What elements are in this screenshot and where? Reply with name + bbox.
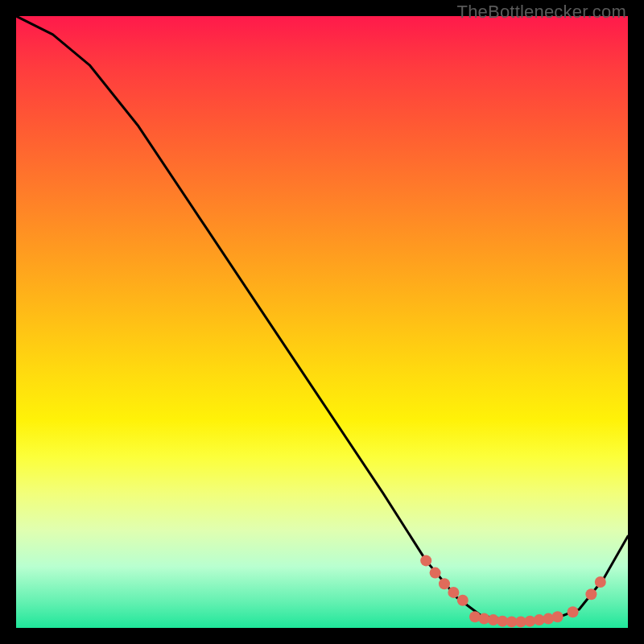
marker-dot bbox=[420, 555, 431, 566]
marker-dot bbox=[585, 588, 597, 600]
marker-dot bbox=[439, 578, 450, 589]
chart-frame: TheBottlenecker.com bbox=[0, 0, 644, 644]
chart-svg bbox=[16, 16, 628, 628]
marker-dot bbox=[568, 606, 579, 617]
plot-area bbox=[16, 16, 628, 628]
marker-dot bbox=[552, 611, 564, 622]
marker-dot bbox=[595, 576, 606, 588]
watermark-text: TheBottlenecker.com bbox=[457, 2, 626, 23]
marker-dot bbox=[457, 595, 469, 606]
marker-dot bbox=[448, 587, 459, 598]
marker-dot bbox=[430, 568, 441, 579]
series-curve bbox=[16, 16, 628, 621]
